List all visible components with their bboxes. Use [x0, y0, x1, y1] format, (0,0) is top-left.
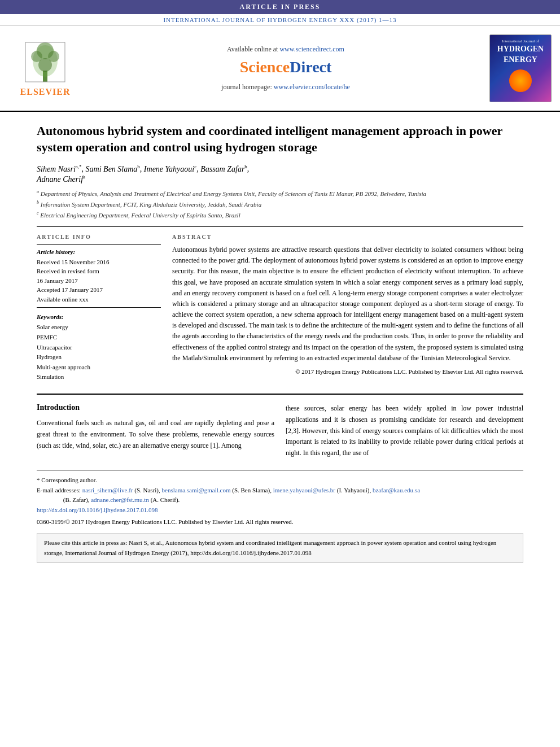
- abstract-text: Autonomous hybrid power systems are attr…: [172, 244, 523, 364]
- email-4-author-name: (B. Zafar),: [63, 496, 91, 503]
- author-4: Bassam Zafar: [200, 165, 244, 173]
- author-5-sup: a: [83, 174, 85, 180]
- keyword-4: Hydrogen: [37, 352, 161, 362]
- email-4[interactable]: bzafar@kau.edu.sa: [373, 487, 420, 493]
- cover-subtitle: International Journal of: [502, 39, 539, 43]
- email-5-author: (A. Cherif).: [151, 496, 180, 503]
- cover-title2: ENERGY: [497, 55, 544, 65]
- main-content: Autonomous hybrid system and coordinated…: [0, 112, 560, 563]
- page-header: ELSEVIER Available online at www.science…: [0, 26, 560, 112]
- affil-3-text: Electrical Engineering Department, Feder…: [40, 211, 240, 218]
- cover-decoration: [509, 69, 532, 92]
- email-addresses: E-mail addresses: nasri_sihem@live.fr (S…: [37, 486, 523, 505]
- email-3[interactable]: imene.yahyaoui@ufes.br: [273, 487, 335, 493]
- body-divider: [37, 394, 523, 395]
- available-online-text: Available online at www.sciencedirect.co…: [227, 45, 344, 54]
- doi-link-line: http://dx.doi.org/10.1016/j.ijhydene.201…: [37, 505, 523, 516]
- available-online: Available online xxx: [37, 295, 161, 304]
- abstract-copyright: © 2017 Hydrogen Energy Publications LLC.…: [172, 368, 523, 375]
- affil-1-sup: a: [37, 189, 39, 194]
- body-left-col: Introduction Conventional fuels such as …: [37, 403, 274, 459]
- journal-homepage-url[interactable]: www.elsevier.com/locate/he: [274, 83, 350, 91]
- introduction-title: Introduction: [37, 403, 274, 412]
- elsevier-logo-area: ELSEVIER: [0, 32, 90, 105]
- email-2[interactable]: benslama.sami@gmail.com: [162, 487, 231, 493]
- body-section: Introduction Conventional fuels such as …: [37, 403, 523, 459]
- email-5[interactable]: adnane.cher@fst.rnu.tn: [91, 496, 149, 503]
- email-label: E-mail addresses:: [37, 487, 81, 493]
- elsevier-label: ELSEVIER: [20, 87, 71, 97]
- author-1-sup: a,*: [76, 164, 82, 169]
- journal-homepage: journal homepage: www.elsevier.com/locat…: [221, 83, 350, 91]
- keywords-label: Keywords:: [37, 313, 161, 320]
- abstract-column: ABSTRACT Autonomous hybrid power systems…: [172, 234, 523, 382]
- author-5: Adnane Cherif: [37, 175, 83, 184]
- affiliation-2: b Information System Department, FCIT, K…: [37, 199, 523, 209]
- title-divider: [37, 226, 523, 227]
- direct-part: Direct: [290, 58, 331, 76]
- keyword-5: Multi-agent approach: [37, 362, 161, 373]
- received-revised-date: 16 January 2017: [37, 276, 161, 286]
- history-label: Article history:: [37, 248, 161, 255]
- doi-link[interactable]: http://dx.doi.org/10.1016/j.ijhydene.201…: [37, 506, 158, 513]
- journal-cover-title: International Journal of HYDROGEN ENERGY: [497, 38, 544, 65]
- keyword-6: Simulation: [37, 372, 161, 382]
- email-3-author: (I. Yahyaoui),: [337, 487, 373, 493]
- affiliations: a Department of Physics, Analysis and Tr…: [37, 189, 523, 220]
- accepted-date: Accepted 17 January 2017: [37, 285, 161, 295]
- introduction-left-text: Conventional fuels such as natural gas, …: [37, 418, 274, 451]
- email-2-author: (S. Ben Slama),: [232, 487, 273, 493]
- authors-line: Sihem Nasria,*, Sami Ben Slamab, Imene Y…: [37, 164, 523, 184]
- keyword-3: Ultracapacitor: [37, 343, 161, 353]
- issn-line: 0360-3199/© 2017 Hydrogen Energy Publica…: [37, 517, 523, 527]
- elsevier-logo: ELSEVIER: [20, 40, 71, 97]
- keyword-2: PEMFC: [37, 333, 161, 343]
- journal-cover-area: International Journal of HYDROGEN ENERGY: [481, 32, 560, 105]
- keyword-1: Solar energy: [37, 322, 161, 333]
- sciencedirect-logo: ScienceDirect: [240, 58, 332, 76]
- email-1-author: (S. Nasri),: [134, 487, 161, 493]
- article-in-press-bar: ARTICLE IN PRESS: [0, 0, 560, 14]
- author-3-sup: c: [194, 164, 196, 169]
- info-abstract-section: ARTICLE INFO Article history: Received 1…: [37, 234, 523, 382]
- journal-cover: International Journal of HYDROGEN ENERGY: [489, 34, 552, 102]
- author-3: Imene Yahyaoui: [144, 165, 194, 173]
- affil-1-text: Department of Physics, Analysis and Trea…: [41, 190, 426, 196]
- article-info-column: ARTICLE INFO Article history: Received 1…: [37, 234, 161, 382]
- email-4-author: [37, 496, 62, 503]
- affiliation-3: c Electrical Engineering Department, Fed…: [37, 210, 523, 220]
- homepage-label: journal homepage:: [221, 83, 272, 91]
- journal-info-center: Available online at www.sciencedirect.co…: [90, 32, 481, 105]
- received-date: Received 15 November 2016: [37, 257, 161, 267]
- article-title: Autonomous hybrid system and coordinated…: [37, 112, 523, 164]
- affil-2-sup: b: [37, 200, 39, 205]
- svg-point-5: [38, 58, 52, 72]
- available-online-label: Available online at: [227, 45, 278, 53]
- journal-title-bar: INTERNATIONAL JOURNAL OF HYDROGEN ENERGY…: [0, 14, 560, 26]
- info-divider: [37, 244, 161, 245]
- affil-3-sup: c: [37, 211, 39, 216]
- author-1: Sihem Nasri: [37, 165, 76, 173]
- body-right-col: these sources, solar energy has been wid…: [286, 403, 523, 459]
- affiliation-1: a Department of Physics, Analysis and Tr…: [37, 189, 523, 198]
- article-info-header: ARTICLE INFO: [37, 234, 161, 240]
- citation-text: Please cite this article in press as: Na…: [44, 539, 496, 556]
- email-1[interactable]: nasri_sihem@live.fr: [82, 487, 133, 493]
- affil-2-text: Information System Department, FCIT, Kin…: [41, 200, 261, 207]
- abstract-header: ABSTRACT: [172, 234, 523, 240]
- citation-box: Please cite this article in press as: Na…: [37, 533, 523, 563]
- keywords-divider: [37, 307, 161, 308]
- cover-title1: HYDROGEN: [497, 44, 544, 54]
- introduction-right-text: these sources, solar energy has been wid…: [286, 403, 523, 459]
- author-2-sup: b: [137, 164, 140, 169]
- sciencedirect-url[interactable]: www.sciencedirect.com: [279, 45, 344, 53]
- author-2: Sami Ben Slama: [86, 165, 138, 173]
- author-4-sup: b: [244, 164, 247, 169]
- elsevier-tree-icon: [23, 40, 68, 85]
- footer-notes: * Corresponding author. E-mail addresses…: [37, 470, 523, 527]
- science-part: Science: [240, 58, 290, 76]
- corresponding-author-note: * Corresponding author.: [37, 475, 523, 486]
- received-revised-label: Received in revised form: [37, 267, 161, 276]
